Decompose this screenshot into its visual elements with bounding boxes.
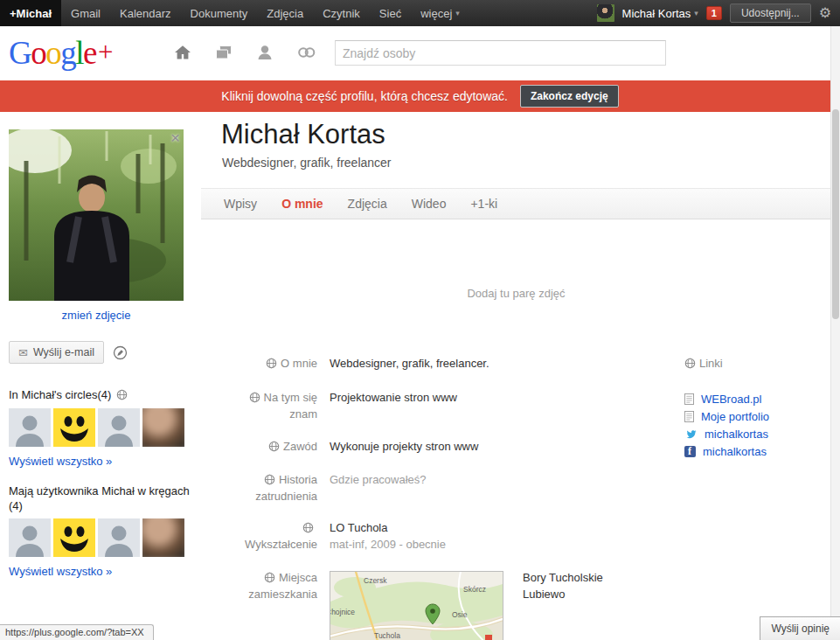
map-town-label: Osie — [452, 610, 468, 619]
map-town-label: Tuchola — [374, 631, 400, 640]
notifications-badge[interactable]: 1 — [706, 6, 722, 20]
close-icon[interactable]: × — [170, 129, 180, 146]
tab-posts[interactable]: Wpisy — [212, 189, 269, 219]
profile-tagline[interactable]: Webdesigner, grafik, freelancer — [222, 156, 392, 170]
links-heading-label: Linki — [699, 357, 723, 370]
map-town-label: Skórcz — [463, 585, 486, 594]
places-values[interactable]: Bory Tucholskie Lubiewo — [523, 569, 603, 602]
about-row-intro: O mnie Webdesigner, grafik, freelancer. — [201, 355, 687, 372]
feedback-button[interactable]: Wyślij opinię — [760, 616, 840, 640]
photos-icon[interactable] — [209, 38, 239, 67]
link-portfolio[interactable]: Moje portfolio — [684, 407, 829, 425]
topbar-right-group: Michał Kortas ▾ 1 Udostępnij... ⚙ — [597, 0, 840, 26]
tab-photos[interactable]: Zdjęcia — [336, 189, 399, 219]
link-webroad[interactable]: WEBroad.pl — [684, 390, 829, 407]
education-value[interactable]: LO Tuchola mat-inf, 2009 - obecnie — [330, 519, 687, 553]
bragging-value[interactable]: Projektowanie stron www — [330, 389, 687, 406]
change-photo-link[interactable]: zmień zdjęcie — [9, 309, 184, 322]
browser-status-bar: https://plus.google.com/?tab=XX — [0, 624, 154, 640]
user-avatar[interactable] — [597, 4, 614, 22]
intro-value[interactable]: Webdesigner, grafik, freelancer. — [330, 355, 687, 372]
edit-banner-message: Kliknij dowolną część profilu, którą chc… — [221, 89, 508, 103]
avatar-silhouette[interactable] — [98, 518, 140, 557]
google-plus-logo[interactable]: Google+ — [9, 34, 112, 72]
edit-visibility-icon[interactable] — [113, 345, 128, 360]
have-in-circles-heading: Mają użytkownika Michał w kręgach (4) — [9, 483, 191, 513]
map-town-label: Czersk — [364, 576, 387, 585]
avatar-blurred[interactable] — [142, 408, 184, 447]
map-marker-red — [485, 635, 492, 640]
tab-about[interactable]: O mnie — [269, 189, 335, 219]
search-input[interactable] — [335, 40, 666, 66]
tab-plusones[interactable]: +1-ki — [458, 189, 510, 219]
home-icon[interactable] — [168, 38, 198, 67]
topbar-item-documents[interactable]: Dokumenty — [181, 0, 258, 26]
avatar-silhouette[interactable] — [9, 408, 51, 447]
avatar-blurred[interactable] — [142, 518, 184, 557]
occupation-value[interactable]: Wykonuje projekty stron www — [330, 438, 687, 455]
share-button[interactable]: Udostępnij... — [730, 3, 811, 23]
caret-down-icon: ▾ — [455, 9, 460, 17]
links-section: Linki WEBroad.pl Moje portfolio michalko… — [684, 355, 829, 460]
circle-members-row — [9, 408, 184, 447]
page-icon — [684, 393, 694, 405]
link-twitter[interactable]: michalkortas — [684, 425, 829, 442]
education-school: LO Tuchola — [330, 519, 687, 536]
profile-tabs: Wpisy O mnie Zdjęcia Wideo +1-ki — [201, 188, 831, 219]
profile-name[interactable]: Michał Kortas — [221, 119, 385, 150]
user-menu[interactable]: Michał Kortas ▾ — [622, 7, 698, 20]
profile-icon[interactable] — [250, 38, 280, 67]
about-row-bragging: Na tym się znam Projektowanie stron www — [201, 389, 687, 422]
globe-icon[interactable] — [264, 474, 275, 485]
avatar-silhouette[interactable] — [9, 518, 51, 557]
avatar-smiley[interactable] — [53, 518, 95, 557]
places-line: Lubiewo — [523, 586, 603, 602]
about-row-employment: Historia zatrudnienia Gdzie pracowałeś? — [201, 471, 687, 504]
view-all-link[interactable]: Wyświetl wszystko » — [9, 565, 112, 578]
globe-icon[interactable] — [302, 522, 314, 533]
scrollbar-thumb[interactable] — [832, 109, 839, 319]
topbar-item-photos[interactable]: Zdjęcia — [257, 0, 313, 26]
topbar-item-reader[interactable]: Czytnik — [313, 0, 370, 26]
edit-mode-banner: Kliknij dowolną część profilu, którą chc… — [0, 80, 840, 112]
avatar-silhouette[interactable] — [98, 408, 140, 447]
globe-icon[interactable] — [264, 572, 275, 583]
header: Google+ — [0, 26, 840, 80]
view-all-link[interactable]: Wyświetl wszystko » — [9, 455, 112, 468]
field-label: Na tym się znam — [264, 391, 317, 421]
topbar-item-gmail[interactable]: Gmail — [61, 0, 110, 26]
globe-icon[interactable] — [268, 441, 280, 452]
map-town-label: Chojnice — [330, 608, 355, 616]
circles-icon[interactable] — [291, 38, 321, 67]
topbar-item-calendar[interactable]: Kalendarz — [110, 0, 181, 26]
caret-down-icon: ▾ — [694, 9, 698, 17]
profile-photo[interactable]: × — [9, 129, 184, 301]
field-label: Zawód — [283, 440, 317, 453]
link-facebook[interactable]: michalkortas — [684, 442, 829, 460]
places-line: Bory Tucholskie — [523, 569, 603, 586]
about-section: O mnie Webdesigner, grafik, freelancer. … — [201, 355, 687, 640]
scrollbar-track[interactable] — [830, 26, 840, 640]
topbar-item-web[interactable]: Sieć — [370, 0, 411, 26]
send-email-button[interactable]: ✉ Wyślij e-mail — [9, 341, 104, 364]
globe-icon[interactable] — [249, 392, 260, 403]
topbar-item-more[interactable]: więcej ▾ — [411, 0, 469, 26]
page-icon — [684, 411, 694, 422]
facebook-icon — [684, 446, 696, 457]
globe-icon[interactable] — [266, 358, 277, 369]
field-label: Wykształcenie — [245, 538, 317, 551]
globe-icon[interactable] — [116, 389, 128, 400]
employment-placeholder[interactable]: Gdzie pracowałeś? — [330, 471, 687, 488]
tab-videos[interactable]: Wideo — [399, 189, 459, 219]
circles-heading: In Michał's circles(4) — [9, 387, 191, 402]
education-detail: mat-inf, 2009 - obecnie — [330, 536, 687, 553]
finish-editing-button[interactable]: Zakończ edycję — [520, 85, 619, 108]
globe-icon[interactable] — [684, 358, 696, 369]
avatar-smiley[interactable] — [53, 408, 95, 447]
places-map[interactable]: Czersk Skórcz Chojnice Osie Tuchola — [330, 571, 503, 640]
add-photos-hint[interactable]: Dodaj tu parę zdjęć — [201, 287, 831, 300]
twitter-icon — [684, 428, 698, 440]
gear-icon[interactable]: ⚙ — [819, 6, 831, 20]
about-row-occupation: Zawód Wykonuje projekty stron www — [201, 438, 687, 455]
topbar-item-plus-michal[interactable]: +Michał — [0, 0, 61, 26]
